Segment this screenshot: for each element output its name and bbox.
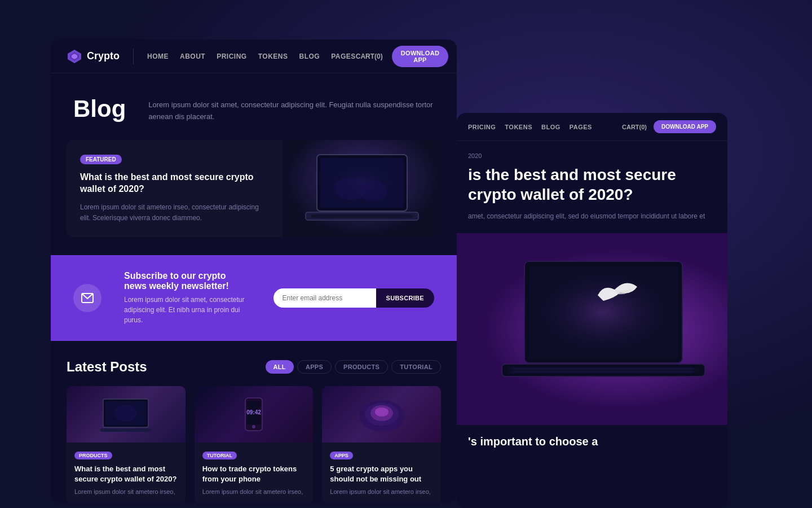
navbar: Crypto HOME ABOUT PRICING TOKENS BLOG PA…: [51, 40, 457, 73]
post-card-1-excerpt: Lorem ipsum dolor sit ametero irseo,: [74, 487, 178, 497]
filter-apps[interactable]: APPS: [297, 360, 332, 374]
logo-area: Crypto: [67, 49, 134, 64]
post-card-3-title: 5 great crypto apps you should not be mi…: [330, 464, 433, 484]
featured-image: [283, 140, 441, 238]
right-download-app-button[interactable]: DOWNLOAD APP: [654, 120, 716, 133]
nav-blog[interactable]: BLOG: [299, 52, 320, 60]
newsletter-text-col: Subscribe to our crypto news weekly news…: [124, 271, 251, 325]
blog-title-col: Blog: [73, 96, 126, 123]
svg-rect-28: [513, 368, 694, 370]
subscribe-button[interactable]: SUBSCRIBE: [376, 288, 435, 308]
right-nav-pages[interactable]: PAGES: [570, 124, 592, 130]
right-content: 2020 is the best and most secure crypto …: [457, 141, 727, 222]
nav-about[interactable]: ABOUT: [180, 52, 205, 60]
svg-rect-27: [508, 367, 699, 374]
right-nav-tokens[interactable]: TOKENS: [505, 124, 532, 130]
filter-all[interactable]: ALL: [266, 360, 294, 374]
post-card-3-bg: [322, 386, 441, 443]
post-card-2[interactable]: 09:42 TUTORIAL How to trade crypto token…: [195, 386, 314, 502]
post-card-1-body: PRODUCTS What is the best and most secur…: [67, 443, 186, 502]
right-nav-blog[interactable]: BLOG: [541, 124, 561, 130]
post-card-1-bg: [67, 386, 186, 443]
bottom-right-section: 's important to choose a: [457, 425, 727, 458]
nav-pricing[interactable]: PRICING: [217, 52, 247, 60]
right-large-image: [457, 233, 727, 425]
post-card-3-image: [322, 386, 441, 443]
post-card-1-image: [67, 386, 186, 443]
svg-point-14: [114, 405, 137, 422]
featured-post: FEATURED What is the best and most secur…: [67, 140, 441, 238]
post-card-3-excerpt: Lorem ipsum dolor sit ametero irseo,: [330, 487, 433, 497]
download-app-button[interactable]: DOWNLOAD APP: [392, 46, 448, 67]
post-card-3[interactable]: APPS 5 great crypto apps you should not …: [322, 386, 441, 502]
nav-tokens[interactable]: TOKENS: [258, 52, 288, 60]
svg-point-22: [375, 408, 389, 417]
post-card-2-body: TUTORIAL How to trade crypto tokens from…: [195, 443, 314, 502]
post-card-2-icon: 09:42: [237, 396, 271, 433]
right-article-title: is the best and most secure crypto walle…: [468, 165, 716, 204]
newsletter-form: SUBSCRIBE: [273, 288, 435, 308]
brand-name: Crypto: [87, 50, 120, 62]
filter-products[interactable]: PRODUCTS: [335, 360, 388, 374]
right-navbar: PRICING TOKENS BLOG PAGES CART(0) DOWNLO…: [457, 113, 727, 141]
featured-badge: FEATURED: [80, 155, 122, 164]
post-card-2-excerpt: Lorem ipsum dolor sit ametero irseo,: [202, 487, 306, 497]
svg-rect-13: [100, 428, 151, 432]
latest-posts-section: Latest Posts ALL APPS PRODUCTS TUTORIAL: [51, 341, 457, 502]
nav-links: HOME ABOUT PRICING TOKENS BLOG PAGES: [147, 52, 356, 60]
featured-excerpt: Lorem ipsum dolor sit ametero irseo, con…: [80, 202, 270, 224]
laptop-illustration: [300, 149, 424, 228]
post-card-2-title: How to trade crypto tokens from your pho…: [202, 464, 306, 484]
featured-image-inner: [283, 140, 441, 238]
logo-icon: [67, 49, 82, 64]
post-card-1[interactable]: PRODUCTS What is the best and most secur…: [67, 386, 186, 502]
post-card-1-title: What is the best and most secure crypto …: [74, 464, 178, 484]
right-nav-right: CART(0) DOWNLOAD APP: [622, 120, 716, 133]
nav-pages[interactable]: PAGES: [331, 52, 356, 60]
right-nav-links: PRICING TOKENS BLOG PAGES: [468, 124, 622, 130]
right-laptop-illustration: [491, 244, 716, 414]
right-article-excerpt: amet, consectetur adipiscing elit, sed d…: [468, 211, 716, 222]
svg-point-9: [359, 181, 387, 202]
nav-home[interactable]: HOME: [147, 52, 169, 60]
blog-desc-col: Lorem ipsum dolor sit amet, consectetur …: [148, 96, 434, 123]
post-card-1-icon: [98, 396, 154, 433]
right-date: 2020: [468, 152, 716, 159]
right-cart-label[interactable]: CART(0): [622, 124, 647, 130]
post-card-2-bg: 09:42: [195, 386, 314, 443]
blog-header: Blog Lorem ipsum dolor sit amet, consect…: [51, 73, 457, 140]
blog-description: Lorem ipsum dolor sit amet, consectetur …: [148, 99, 434, 123]
post-card-3-badge: APPS: [330, 452, 353, 459]
email-input[interactable]: [273, 288, 376, 308]
svg-text:09:42: 09:42: [246, 409, 261, 415]
right-nav-pricing[interactable]: PRICING: [468, 124, 496, 130]
svg-rect-25: [529, 266, 678, 358]
filter-tutorial[interactable]: TUTORIAL: [391, 360, 441, 374]
newsletter-description: Lorem ipsum dolor sit amet, consectetur …: [124, 295, 251, 325]
post-card-3-icon: [354, 396, 410, 433]
right-panel: PRICING TOKENS BLOG PAGES CART(0) DOWNLO…: [457, 113, 727, 508]
svg-rect-29: [513, 371, 694, 373]
post-card-2-image: 09:42: [195, 386, 314, 443]
newsletter-icon-wrap: [73, 284, 102, 312]
main-card: Crypto HOME ABOUT PRICING TOKENS BLOG PA…: [51, 40, 457, 502]
cart-label[interactable]: CART(0): [356, 52, 383, 60]
post-card-3-body: APPS 5 great crypto apps you should not …: [322, 443, 441, 502]
newsletter-section: Subscribe to our crypto news weekly news…: [51, 255, 457, 341]
featured-title: What is the best and most secure crypto …: [80, 171, 270, 195]
post-card-2-badge: TUTORIAL: [202, 452, 237, 459]
email-icon: [81, 291, 94, 305]
post-cards: PRODUCTS What is the best and most secur…: [67, 386, 441, 502]
latest-posts-title: Latest Posts: [67, 359, 147, 375]
svg-rect-6: [311, 214, 413, 218]
newsletter-title: Subscribe to our crypto news weekly news…: [124, 271, 251, 291]
nav-right: CART(0) DOWNLOAD APP: [356, 46, 448, 67]
post-card-1-badge: PRODUCTS: [74, 452, 112, 459]
bottom-right-title: 's important to choose a: [468, 434, 716, 449]
featured-content: FEATURED What is the best and most secur…: [67, 140, 283, 238]
right-large-img-inner: [457, 233, 727, 425]
svg-point-17: [252, 425, 255, 428]
blog-title: Blog: [73, 96, 126, 122]
filter-tabs: ALL APPS PRODUCTS TUTORIAL: [266, 360, 441, 374]
latest-posts-header: Latest Posts ALL APPS PRODUCTS TUTORIAL: [67, 359, 441, 375]
